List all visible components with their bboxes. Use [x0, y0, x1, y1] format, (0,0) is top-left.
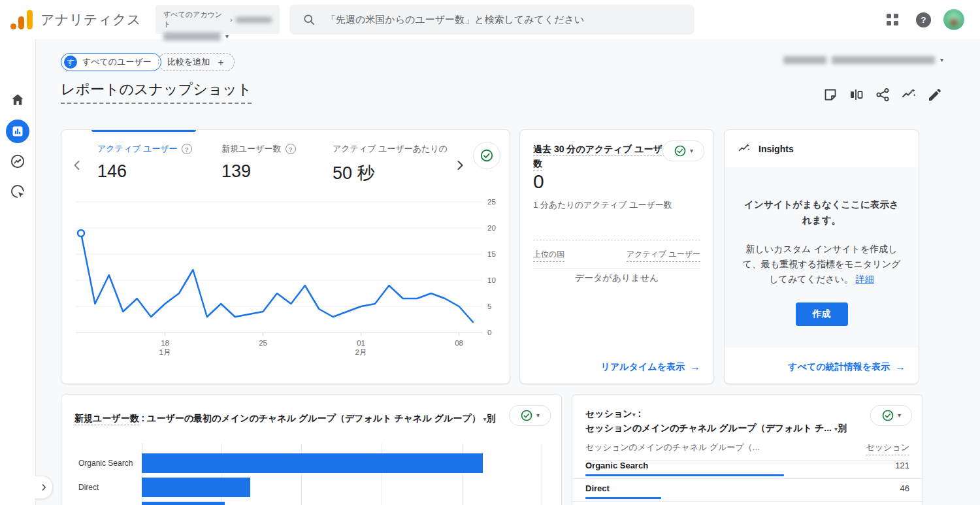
date-range-picker[interactable]: ▾ — [783, 56, 943, 64]
all-users-chip[interactable]: す すべてのユーザー — [61, 53, 161, 71]
check-circle-icon — [881, 409, 894, 422]
session-channel-row: Direct46 — [572, 479, 923, 502]
page-title: レポートのスナップショット — [61, 80, 252, 104]
caret-down-icon: ▾ — [225, 33, 229, 40]
sidebar-item-explore[interactable] — [10, 154, 25, 169]
caret-down-icon: ▾ — [940, 57, 943, 63]
new-users-dimension-label: ユーザーの最初のメインのチャネル グループ（デフォルト チャネル グループ） — [147, 413, 481, 423]
logo-dot — [10, 24, 16, 29]
channel-bar — [142, 502, 225, 505]
insights-body-text: 新しいカスタム インサイトを作成して、最も重視する指標をモニタリングしてみてくだ… — [743, 244, 901, 284]
view-all-insights-label: すべての統計情報を表示 — [788, 361, 890, 373]
view-realtime-label: リアルタイムを表示 — [601, 361, 685, 373]
by-suffix: 別 — [487, 413, 496, 423]
insights-icon — [738, 142, 751, 155]
account-switcher[interactable]: すべてのアカウント › ▾ — [155, 5, 280, 34]
svg-text:2月: 2月 — [355, 348, 367, 356]
comparison-icon[interactable] — [849, 87, 864, 103]
session-channel-row: Organic Social21 — [572, 502, 923, 505]
check-circle-icon — [480, 148, 494, 163]
all-users-chip-label: すべてのユーザー — [82, 56, 152, 68]
search-input[interactable]: 「先週の米国からのユーザー数」と検索してみてください — [289, 5, 694, 35]
insights-icon[interactable] — [901, 87, 917, 103]
search-icon — [302, 13, 316, 26]
learn-more-link[interactable]: 詳細 — [856, 274, 874, 284]
sessions-metric-label[interactable]: セッション — [585, 408, 632, 419]
insights-empty-state: インサイトがまもなくここに表示されます。 新しいカスタム インサイトを作成して、… — [725, 167, 919, 348]
overview-metrics-card: アクティブ ユーザー ? 146 新規ユーザー数 ? 139 アクティブ ユーザ… — [61, 129, 510, 384]
channel-label: Organic Search — [61, 459, 142, 468]
view-all-insights-link[interactable]: すべての統計情報を表示 → — [788, 361, 906, 373]
insights-title: Insights — [759, 144, 794, 154]
realtime-col-country: 上位の国 — [533, 249, 564, 262]
realtime-data-quality-dropdown[interactable]: ▾ — [662, 140, 704, 161]
new-users-metric-label[interactable]: 新規ユーザー数 — [74, 413, 139, 425]
check-circle-icon — [674, 144, 687, 157]
divider — [533, 240, 700, 240]
arrow-right-icon: → — [690, 361, 700, 373]
reports-icon — [11, 125, 24, 138]
metric-value: 146 — [97, 161, 192, 182]
create-insight-button[interactable]: 作成 — [796, 302, 848, 326]
channel-bar-row: Organic Search — [61, 451, 561, 475]
title-colon: : — [636, 408, 642, 419]
avatar-image — [943, 9, 964, 30]
add-comparison-label: 比較を追加 — [167, 56, 210, 68]
data-quality-button[interactable] — [473, 142, 500, 169]
ga-analytics-screen: アナリティクス すべてのアカウント › ▾ 「先週の米国からのユーザー数」と検索… — [0, 0, 980, 505]
metrics-prev-icon[interactable] — [69, 157, 85, 173]
sidebar-item-reports-active[interactable] — [6, 120, 29, 143]
channel-bar — [142, 453, 483, 473]
sidebar-item-advertising[interactable] — [10, 184, 25, 199]
account-switcher-label: すべてのアカウント — [163, 10, 227, 29]
view-realtime-link[interactable]: リアルタイムを表示 → — [601, 361, 700, 373]
metric-help-icon[interactable]: ? — [286, 144, 296, 154]
sessions-progress-bar — [585, 474, 784, 476]
help-icon[interactable]: ? — [916, 12, 931, 27]
sessions-data-quality-dropdown[interactable]: ▾ — [870, 405, 912, 426]
active-users-chart: 0510152025181月25012月08 — [76, 193, 507, 364]
chevron-right-icon — [39, 482, 49, 493]
session-channel-row: Organic Search121 — [572, 456, 923, 479]
svg-text:18: 18 — [161, 339, 169, 347]
active-users-chart-wrap: 0510152025181月25012月08 — [76, 193, 507, 364]
metric-help-icon[interactable]: ? — [182, 144, 192, 154]
edit-icon[interactable] — [927, 87, 943, 103]
logo-bar-tall — [27, 10, 33, 29]
sessions-value: 46 — [900, 483, 909, 494]
svg-text:08: 08 — [455, 339, 463, 347]
check-circle-icon — [520, 409, 533, 422]
advertising-icon — [10, 184, 25, 199]
metric-tab-avg-engagement-time[interactable]: アクティブ ユーザーあたりの 50 秒 — [333, 143, 448, 185]
share-icon[interactable] — [875, 87, 890, 103]
svg-text:10: 10 — [487, 276, 496, 284]
redacted-date-range-preset — [783, 56, 826, 64]
active-metric-tab-indicator — [91, 130, 196, 132]
add-comparison-chip[interactable]: 比較を追加 ＋ — [158, 53, 235, 71]
avatar[interactable] — [943, 9, 964, 30]
sessions-col-metric[interactable]: セッション — [866, 442, 909, 455]
breadcrumb-chevron-icon: › — [230, 16, 233, 24]
new-users-data-quality-dropdown[interactable]: ▾ — [509, 405, 551, 426]
sessions-by-channel-card: セッション▾ : セッションのメインのチャネル グループ（デフォルト チ... … — [572, 394, 923, 505]
metrics-next-icon[interactable] — [452, 157, 468, 173]
search-placeholder: 「先週の米国からのユーザー数」と検索してみてください — [326, 14, 584, 26]
add-note-icon[interactable] — [823, 87, 838, 103]
channel-bar-row — [61, 499, 561, 505]
grid-square — [894, 21, 898, 25]
logo-bar-short — [18, 16, 24, 29]
no-data-message: データがありません — [520, 272, 713, 284]
sessions-col-dimension: セッションのメインのチャネル グループ（... — [585, 442, 760, 455]
metric-label: アクティブ ユーザー — [97, 143, 178, 155]
metric-tab-active-users[interactable]: アクティブ ユーザー ? 146 — [97, 143, 192, 182]
sidebar-item-home[interactable] — [10, 92, 25, 108]
caret-down-icon: ▾ — [690, 148, 693, 154]
metric-value: 139 — [221, 161, 296, 182]
google-apps-icon[interactable] — [887, 14, 898, 25]
metric-tab-new-users[interactable]: 新規ユーザー数 ? 139 — [221, 143, 296, 182]
sessions-dimension-label: セッションのメインのチャネル グループ（デフォルト チ... — [585, 423, 832, 433]
analytics-logo-icon[interactable] — [10, 10, 33, 29]
channel-name: Organic Search — [585, 461, 648, 471]
segment-badge: す — [64, 56, 77, 69]
home-icon — [10, 92, 25, 108]
